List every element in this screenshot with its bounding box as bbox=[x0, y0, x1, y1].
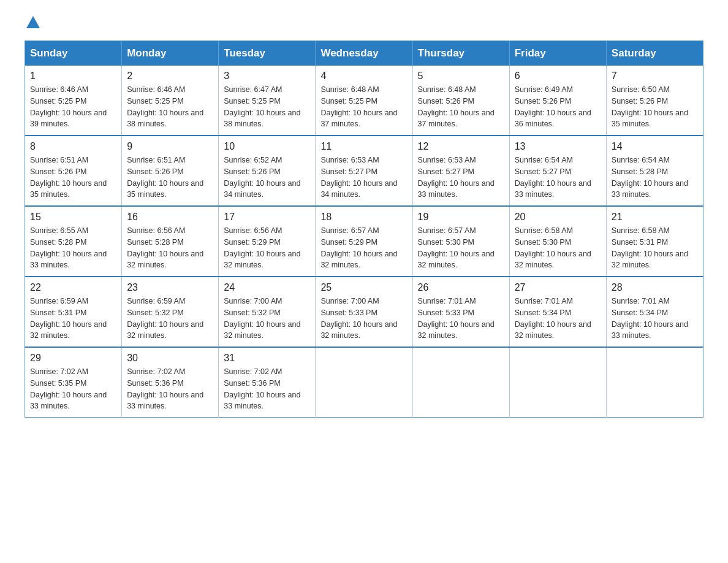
day-info: Sunrise: 6:51 AM Sunset: 5:26 PM Dayligh… bbox=[127, 155, 213, 201]
svg-marker-0 bbox=[26, 16, 40, 28]
day-info: Sunrise: 6:57 AM Sunset: 5:30 PM Dayligh… bbox=[418, 225, 504, 271]
day-number: 15 bbox=[30, 212, 116, 223]
day-info: Sunrise: 6:46 AM Sunset: 5:25 PM Dayligh… bbox=[30, 84, 116, 130]
calendar-cell: 12 Sunrise: 6:53 AM Sunset: 5:27 PM Dayl… bbox=[412, 136, 509, 206]
day-number: 3 bbox=[224, 71, 310, 82]
calendar-cell: 16 Sunrise: 6:56 AM Sunset: 5:28 PM Dayl… bbox=[122, 206, 219, 277]
calendar-cell: 17 Sunrise: 6:56 AM Sunset: 5:29 PM Dayl… bbox=[219, 206, 316, 277]
day-number: 22 bbox=[30, 282, 116, 293]
day-info: Sunrise: 6:58 AM Sunset: 5:30 PM Dayligh… bbox=[515, 225, 601, 271]
day-number: 26 bbox=[418, 282, 504, 293]
day-number: 27 bbox=[515, 282, 601, 293]
day-number: 5 bbox=[418, 71, 504, 82]
day-number: 16 bbox=[127, 212, 213, 223]
calendar-cell: 24 Sunrise: 7:00 AM Sunset: 5:32 PM Dayl… bbox=[219, 277, 316, 347]
day-info: Sunrise: 6:53 AM Sunset: 5:27 PM Dayligh… bbox=[418, 155, 504, 201]
day-info: Sunrise: 6:57 AM Sunset: 5:29 PM Dayligh… bbox=[320, 225, 407, 271]
weekday-header-sunday: Sunday bbox=[25, 41, 122, 66]
calendar-cell: 3 Sunrise: 6:47 AM Sunset: 5:25 PM Dayli… bbox=[219, 66, 316, 136]
calendar-cell: 13 Sunrise: 6:54 AM Sunset: 5:27 PM Dayl… bbox=[509, 136, 606, 206]
calendar-cell: 9 Sunrise: 6:51 AM Sunset: 5:26 PM Dayli… bbox=[122, 136, 219, 206]
day-number: 29 bbox=[30, 353, 116, 364]
calendar-cell: 29 Sunrise: 7:02 AM Sunset: 5:35 PM Dayl… bbox=[25, 347, 122, 418]
weekday-header-saturday: Saturday bbox=[606, 41, 703, 66]
calendar-cell: 22 Sunrise: 6:59 AM Sunset: 5:31 PM Dayl… bbox=[25, 277, 122, 347]
day-number: 11 bbox=[320, 141, 407, 152]
day-number: 25 bbox=[320, 282, 407, 293]
day-info: Sunrise: 6:56 AM Sunset: 5:29 PM Dayligh… bbox=[224, 225, 310, 271]
day-info: Sunrise: 7:02 AM Sunset: 5:36 PM Dayligh… bbox=[224, 366, 310, 412]
day-info: Sunrise: 6:46 AM Sunset: 5:25 PM Dayligh… bbox=[127, 84, 213, 130]
day-number: 7 bbox=[612, 71, 698, 82]
day-number: 1 bbox=[30, 71, 116, 82]
day-number: 9 bbox=[127, 141, 213, 152]
day-info: Sunrise: 6:53 AM Sunset: 5:27 PM Dayligh… bbox=[320, 155, 407, 201]
day-number: 8 bbox=[30, 141, 116, 152]
week-row-1: 1 Sunrise: 6:46 AM Sunset: 5:25 PM Dayli… bbox=[25, 66, 703, 136]
day-info: Sunrise: 6:47 AM Sunset: 5:25 PM Dayligh… bbox=[224, 84, 310, 130]
day-number: 10 bbox=[224, 141, 310, 152]
day-number: 21 bbox=[612, 212, 698, 223]
day-number: 24 bbox=[224, 282, 310, 293]
page-header bbox=[25, 18, 703, 28]
calendar-cell: 31 Sunrise: 7:02 AM Sunset: 5:36 PM Dayl… bbox=[219, 347, 316, 418]
day-number: 17 bbox=[224, 212, 310, 223]
day-info: Sunrise: 6:54 AM Sunset: 5:27 PM Dayligh… bbox=[515, 155, 601, 201]
calendar-cell bbox=[316, 347, 412, 418]
day-info: Sunrise: 6:56 AM Sunset: 5:28 PM Dayligh… bbox=[127, 225, 213, 271]
day-info: Sunrise: 6:54 AM Sunset: 5:28 PM Dayligh… bbox=[612, 155, 698, 201]
week-row-3: 15 Sunrise: 6:55 AM Sunset: 5:28 PM Dayl… bbox=[25, 206, 703, 277]
day-info: Sunrise: 7:01 AM Sunset: 5:34 PM Dayligh… bbox=[515, 296, 601, 342]
calendar-cell: 19 Sunrise: 6:57 AM Sunset: 5:30 PM Dayl… bbox=[412, 206, 509, 277]
day-info: Sunrise: 7:01 AM Sunset: 5:33 PM Dayligh… bbox=[418, 296, 504, 342]
calendar-cell: 1 Sunrise: 6:46 AM Sunset: 5:25 PM Dayli… bbox=[25, 66, 122, 136]
weekday-header-wednesday: Wednesday bbox=[316, 41, 412, 66]
day-number: 28 bbox=[612, 282, 698, 293]
day-number: 12 bbox=[418, 141, 504, 152]
day-info: Sunrise: 6:59 AM Sunset: 5:32 PM Dayligh… bbox=[127, 296, 213, 342]
day-info: Sunrise: 7:00 AM Sunset: 5:33 PM Dayligh… bbox=[320, 296, 407, 342]
logo-triangle-icon bbox=[26, 16, 40, 28]
day-info: Sunrise: 7:02 AM Sunset: 5:35 PM Dayligh… bbox=[30, 366, 116, 412]
calendar-cell: 5 Sunrise: 6:48 AM Sunset: 5:26 PM Dayli… bbox=[412, 66, 509, 136]
day-number: 6 bbox=[515, 71, 601, 82]
calendar-cell: 15 Sunrise: 6:55 AM Sunset: 5:28 PM Dayl… bbox=[25, 206, 122, 277]
calendar-cell: 11 Sunrise: 6:53 AM Sunset: 5:27 PM Dayl… bbox=[316, 136, 412, 206]
day-info: Sunrise: 6:48 AM Sunset: 5:25 PM Dayligh… bbox=[320, 84, 407, 130]
day-number: 14 bbox=[612, 141, 698, 152]
day-info: Sunrise: 6:55 AM Sunset: 5:28 PM Dayligh… bbox=[30, 225, 116, 271]
day-info: Sunrise: 6:50 AM Sunset: 5:26 PM Dayligh… bbox=[612, 84, 698, 130]
calendar-table: SundayMondayTuesdayWednesdayThursdayFrid… bbox=[25, 40, 703, 418]
day-info: Sunrise: 6:48 AM Sunset: 5:26 PM Dayligh… bbox=[418, 84, 504, 130]
day-number: 19 bbox=[418, 212, 504, 223]
day-info: Sunrise: 6:52 AM Sunset: 5:26 PM Dayligh… bbox=[224, 155, 310, 201]
day-number: 18 bbox=[320, 212, 407, 223]
day-number: 31 bbox=[224, 353, 310, 364]
day-number: 23 bbox=[127, 282, 213, 293]
calendar-cell: 30 Sunrise: 7:02 AM Sunset: 5:36 PM Dayl… bbox=[122, 347, 219, 418]
day-number: 2 bbox=[127, 71, 213, 82]
day-number: 20 bbox=[515, 212, 601, 223]
calendar-cell: 28 Sunrise: 7:01 AM Sunset: 5:34 PM Dayl… bbox=[606, 277, 703, 347]
calendar-cell: 23 Sunrise: 6:59 AM Sunset: 5:32 PM Dayl… bbox=[122, 277, 219, 347]
calendar-cell: 20 Sunrise: 6:58 AM Sunset: 5:30 PM Dayl… bbox=[509, 206, 606, 277]
calendar-cell bbox=[606, 347, 703, 418]
day-info: Sunrise: 7:02 AM Sunset: 5:36 PM Dayligh… bbox=[127, 366, 213, 412]
calendar-cell: 27 Sunrise: 7:01 AM Sunset: 5:34 PM Dayl… bbox=[509, 277, 606, 347]
logo bbox=[25, 18, 40, 28]
calendar-cell: 7 Sunrise: 6:50 AM Sunset: 5:26 PM Dayli… bbox=[606, 66, 703, 136]
calendar-cell: 18 Sunrise: 6:57 AM Sunset: 5:29 PM Dayl… bbox=[316, 206, 412, 277]
calendar-cell bbox=[412, 347, 509, 418]
day-info: Sunrise: 6:59 AM Sunset: 5:31 PM Dayligh… bbox=[30, 296, 116, 342]
day-info: Sunrise: 6:51 AM Sunset: 5:26 PM Dayligh… bbox=[30, 155, 116, 201]
day-number: 30 bbox=[127, 353, 213, 364]
calendar-cell bbox=[509, 347, 606, 418]
day-info: Sunrise: 7:01 AM Sunset: 5:34 PM Dayligh… bbox=[612, 296, 698, 342]
calendar-cell: 26 Sunrise: 7:01 AM Sunset: 5:33 PM Dayl… bbox=[412, 277, 509, 347]
calendar-cell: 25 Sunrise: 7:00 AM Sunset: 5:33 PM Dayl… bbox=[316, 277, 412, 347]
weekday-header-tuesday: Tuesday bbox=[219, 41, 316, 66]
day-info: Sunrise: 6:49 AM Sunset: 5:26 PM Dayligh… bbox=[515, 84, 601, 130]
weekday-header-thursday: Thursday bbox=[412, 41, 509, 66]
week-row-4: 22 Sunrise: 6:59 AM Sunset: 5:31 PM Dayl… bbox=[25, 277, 703, 347]
day-number: 4 bbox=[320, 71, 407, 82]
